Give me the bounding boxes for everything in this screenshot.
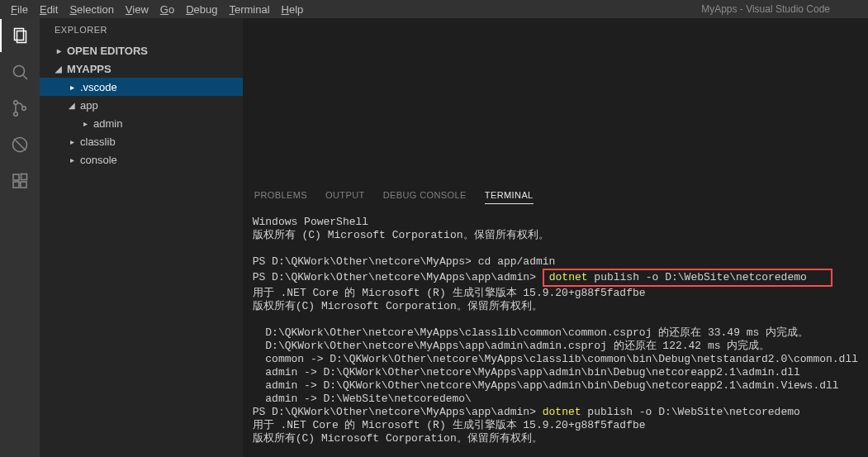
- explorer-icon[interactable]: [9, 25, 31, 46]
- search-icon[interactable]: [9, 61, 31, 83]
- cmd-args: publish -o D:\WebSite\netcoredemo: [588, 271, 807, 283]
- menu-help[interactable]: Help: [276, 2, 310, 17]
- terminal-line: admin -> D:\QKWork\Other\netcore\MyApps\…: [253, 379, 839, 392]
- tree-item-label: console: [80, 154, 117, 166]
- menu-view[interactable]: View: [120, 2, 154, 17]
- svg-rect-9: [13, 174, 19, 180]
- chevron-down-icon: ◢: [55, 64, 63, 74]
- tree-item-label: OPEN EDITORS: [67, 45, 148, 57]
- menu-file[interactable]: File: [5, 2, 34, 17]
- sidebar-title: EXPLORER: [40, 18, 243, 41]
- tree-item-myapps[interactable]: ◢MYAPPS: [40, 60, 243, 78]
- svg-rect-11: [21, 182, 26, 188]
- cmd-exe: dotnet: [549, 271, 588, 283]
- chevron-right-icon: ▸: [55, 46, 63, 55]
- ps-prompt: PS D:\QKWork\Other\netcore\MyApps\app\ad…: [253, 406, 536, 418]
- terminal-cmd: cd app/admin: [472, 255, 555, 268]
- cmd-args: publish -o D:\WebSite\netcoredemo: [581, 406, 800, 418]
- terminal-line: 版权所有 (C) Microsoft Corporation。保留所有权利。: [253, 229, 549, 241]
- menu-go[interactable]: Go: [154, 2, 180, 17]
- terminal-line: 版权所有(C) Microsoft Corporation。保留所有权利。: [253, 300, 543, 312]
- terminal-line: 用于 .NET Core 的 Microsoft (R) 生成引擎版本 15.9…: [253, 287, 646, 299]
- panel: PROBLEMSOUTPUTDEBUG CONSOLETERMINAL Wind…: [243, 184, 868, 457]
- menu-terminal[interactable]: Terminal: [223, 2, 275, 17]
- chevron-right-icon: ▸: [81, 119, 89, 128]
- tree-item-label: app: [80, 99, 98, 112]
- tree-item-app[interactable]: ◢app: [40, 96, 243, 114]
- activitybar: [0, 18, 40, 457]
- tree-item-console[interactable]: ▸console: [40, 150, 243, 169]
- svg-point-2: [14, 66, 25, 77]
- panel-tab-output[interactable]: OUTPUT: [325, 190, 365, 204]
- terminal-line: D:\QKWork\Other\netcore\MyApps\classlib\…: [253, 326, 809, 339]
- editor-empty: [243, 18, 868, 184]
- terminal-line: common -> D:\QKWork\Other\netcore\MyApps…: [253, 353, 858, 365]
- cmd-exe: dotnet: [543, 406, 581, 418]
- titlebar: FileEditSelectionViewGoDebugTerminalHelp…: [0, 0, 868, 18]
- window-title: MyApps - Visual Studio Code: [701, 3, 863, 15]
- menubar: FileEditSelectionViewGoDebugTerminalHelp: [5, 2, 309, 17]
- svg-line-3: [23, 75, 27, 79]
- tree-item-label: admin: [93, 117, 122, 130]
- tree-item-admin[interactable]: ▸admin: [40, 114, 243, 132]
- svg-rect-1: [17, 31, 26, 43]
- svg-point-5: [14, 112, 18, 117]
- svg-point-6: [22, 107, 26, 111]
- menu-debug[interactable]: Debug: [180, 2, 223, 17]
- highlighted-command: dotnet publish -o D:\WebSite\netcoredemo: [543, 269, 832, 287]
- menu-edit[interactable]: Edit: [34, 2, 64, 17]
- editor-area: PROBLEMSOUTPUTDEBUG CONSOLETERMINAL Wind…: [243, 18, 868, 457]
- terminal[interactable]: Windows PowerShell 版权所有 (C) Microsoft Co…: [243, 209, 868, 457]
- explorer-tree: ▸OPEN EDITORS◢MYAPPS▸.vscode◢app▸admin▸c…: [40, 41, 243, 169]
- terminal-line: Windows PowerShell: [253, 216, 368, 228]
- svg-point-4: [14, 101, 18, 105]
- chevron-down-icon: ◢: [68, 101, 76, 110]
- chevron-right-icon: ▸: [68, 83, 76, 92]
- svg-rect-0: [15, 29, 24, 40]
- chevron-right-icon: ▸: [68, 155, 76, 164]
- panel-tab-terminal[interactable]: TERMINAL: [485, 190, 534, 204]
- ps-prompt: PS D:\QKWork\Other\netcore\MyApps>: [253, 255, 472, 268]
- svg-rect-12: [21, 174, 27, 180]
- panel-tabs: PROBLEMSOUTPUTDEBUG CONSOLETERMINAL: [243, 185, 868, 209]
- terminal-line: 用于 .NET Core 的 Microsoft (R) 生成引擎版本 15.9…: [253, 419, 646, 431]
- terminal-line: admin -> D:\QKWork\Other\netcore\MyApps\…: [253, 366, 800, 378]
- terminal-line: admin -> D:\WebSite\netcoredemo\: [253, 393, 472, 405]
- tree-item-open editors[interactable]: ▸OPEN EDITORS: [40, 41, 243, 60]
- chevron-right-icon: ▸: [68, 137, 76, 146]
- terminal-line: 版权所有(C) Microsoft Corporation。保留所有权利。: [253, 432, 543, 445]
- tree-item-label: .vscode: [80, 81, 117, 93]
- tree-item-vscode[interactable]: ▸.vscode: [40, 78, 243, 96]
- panel-tab-debug-console[interactable]: DEBUG CONSOLE: [383, 190, 467, 204]
- scm-icon[interactable]: [9, 98, 31, 119]
- terminal-line: D:\QKWork\Other\netcore\MyApps\app\admin…: [253, 340, 771, 352]
- panel-tab-problems[interactable]: PROBLEMS: [254, 190, 307, 204]
- svg-line-8: [14, 139, 26, 150]
- debug-icon[interactable]: [9, 134, 31, 155]
- ps-prompt: PS D:\QKWork\Other\netcore\MyApps\app\ad…: [253, 271, 536, 283]
- tree-item-label: classlib: [80, 136, 116, 148]
- extensions-icon[interactable]: [9, 170, 31, 192]
- menu-selection[interactable]: Selection: [64, 2, 119, 17]
- sidebar: EXPLORER ▸OPEN EDITORS◢MYAPPS▸.vscode◢ap…: [40, 18, 243, 457]
- svg-rect-10: [13, 182, 19, 188]
- tree-item-classlib[interactable]: ▸classlib: [40, 132, 243, 150]
- tree-item-label: MYAPPS: [67, 63, 111, 75]
